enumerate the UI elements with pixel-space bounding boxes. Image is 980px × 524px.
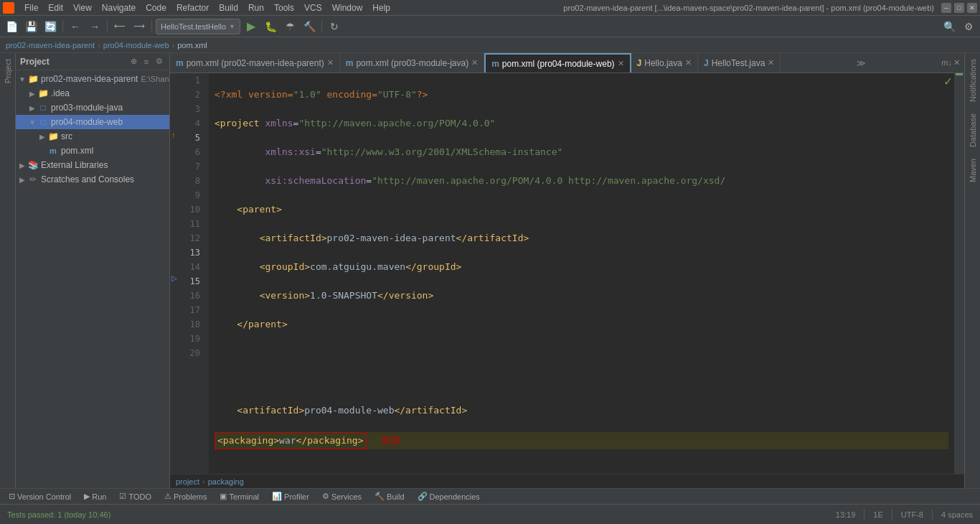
toolbar-settings-button[interactable]: ⚙ <box>960 19 977 34</box>
todo-icon: ☑ <box>119 492 126 501</box>
close-button[interactable]: ✕ <box>967 3 977 13</box>
panel-gear-icon[interactable]: ⚙ <box>154 56 165 67</box>
project-tree[interactable]: ▼ 📁 pro02-maven-idea-parent E:\ShangGuGu… <box>16 70 169 488</box>
tab-pom-java[interactable]: m pom.xml (pro03-module-java) ✕ <box>340 53 484 73</box>
menu-window[interactable]: Window <box>328 1 367 14</box>
menu-refactor[interactable]: Refactor <box>172 1 213 14</box>
status-indent[interactable]: 4 spaces <box>938 505 976 525</box>
editor-scrollbar[interactable] <box>954 73 964 474</box>
menu-build[interactable]: Build <box>215 1 242 14</box>
menu-run[interactable]: Run <box>244 1 268 14</box>
far-left-panel: Project <box>0 53 16 488</box>
toolbar-update-button[interactable]: ↻ <box>326 19 343 34</box>
maximize-button[interactable]: □ <box>954 3 964 13</box>
tree-root[interactable]: ▼ 📁 pro02-maven-idea-parent E:\ShangGuGu… <box>16 72 169 86</box>
toolbar-navigate-back-button[interactable]: ⟵ <box>111 19 128 34</box>
tab-close-1[interactable]: ✕ <box>327 58 334 67</box>
tree-item-src[interactable]: ▶ 📁 src <box>16 129 169 144</box>
code-line-14 <box>215 464 948 474</box>
tab-close-3[interactable]: ✕ <box>618 59 624 68</box>
menu-view[interactable]: View <box>69 1 96 14</box>
build-icon: 🔨 <box>374 492 385 501</box>
menu-vcs[interactable]: VCS <box>300 1 326 14</box>
project-tab-label[interactable]: Project <box>1 53 15 89</box>
toolbar-sync-button[interactable]: 🔄 <box>42 19 59 34</box>
bottom-tab-run-label: Run <box>92 492 106 501</box>
editor-close-icon[interactable]: ✕ <box>953 58 960 67</box>
tab-close-4[interactable]: ✕ <box>685 58 692 67</box>
tree-item-scratches[interactable]: ▶ ✏ Scratches and Consoles <box>16 172 169 187</box>
panel-add-icon[interactable]: ⊕ <box>128 56 139 67</box>
tree-item-idea[interactable]: ▶ 📁 .idea <box>16 86 169 100</box>
menu-navigate[interactable]: Navigate <box>98 1 140 14</box>
tab-hellotest-java[interactable]: J HelloTest.java ✕ <box>698 53 781 73</box>
bottom-tab-terminal[interactable]: ▣ Terminal <box>214 489 265 505</box>
project-folder-icon: 📁 <box>27 73 39 85</box>
tree-item-pro04[interactable]: ▼ □ pro04-module-web <box>16 115 169 129</box>
status-position[interactable]: 13:19 <box>833 505 859 525</box>
editor-gutter: ↑ ▷ <box>170 73 183 474</box>
tab-pom-web[interactable]: m pom.xml (pro04-module-web) ✕ <box>484 53 631 73</box>
toolbar-build-button[interactable]: 🔨 <box>301 19 318 34</box>
window-title: pro02-maven-idea-parent [...\idea-maven-… <box>563 4 934 12</box>
module-icon-pro03: □ <box>37 102 49 113</box>
toolbar-back-button[interactable]: ← <box>67 19 84 34</box>
toolbar-save-button[interactable]: 💾 <box>22 19 39 34</box>
bottom-tab-profiler[interactable]: 📊 Profiler <box>266 489 316 505</box>
menu-help[interactable]: Help <box>368 1 395 14</box>
right-label-maven[interactable]: Maven <box>966 153 980 188</box>
line-num-2: 2 <box>183 88 200 102</box>
breadcrumb-path-project[interactable]: project <box>176 477 199 486</box>
tab-close-2[interactable]: ✕ <box>471 58 478 67</box>
tab-more-button[interactable]: ≫ <box>852 58 870 68</box>
window-controls: ─ □ ✕ <box>941 3 977 13</box>
tab-close-5[interactable]: ✕ <box>768 58 774 67</box>
status-encoding[interactable]: UTF-8 <box>898 505 926 525</box>
menu-file[interactable]: File <box>20 1 42 14</box>
menu-edit[interactable]: Edit <box>44 1 67 14</box>
toolbar-forward-button[interactable]: → <box>86 19 103 34</box>
code-editor[interactable]: <?xml version="1.0" encoding="UTF-8"?> <… <box>209 73 954 474</box>
toolbar-search-button[interactable]: 🔍 <box>941 19 958 34</box>
run-config-selector[interactable]: HelloTest.testHello ▼ <box>156 19 240 34</box>
editor-settings-icon[interactable]: m↓ <box>941 58 952 67</box>
status-line-info[interactable]: 1E <box>870 505 885 525</box>
bottom-tab-services[interactable]: ⚙ Services <box>316 489 368 505</box>
tree-item-pom[interactable]: ▶ m pom.xml <box>16 144 169 158</box>
line-num-13: 13 <box>183 245 200 260</box>
toolbar-debug-button[interactable]: 🐛 <box>262 19 279 34</box>
tree-arrow-root: ▼ <box>17 74 27 84</box>
breadcrumb-module[interactable]: pro04-module-web <box>103 41 169 50</box>
breadcrumb-path-packaging[interactable]: packaging <box>208 477 244 486</box>
menu-tools[interactable]: Tools <box>270 1 298 14</box>
bottom-tab-run[interactable]: ▶ Run <box>78 489 113 505</box>
bottom-tab-deps[interactable]: 🔗 Dependencies <box>412 489 486 505</box>
breadcrumb-project[interactable]: pro02-maven-idea-parent <box>6 41 95 50</box>
tab-hello-java[interactable]: J Hello.java ✕ <box>631 53 698 73</box>
toolbar-run-button[interactable]: ▶ <box>242 19 260 34</box>
bottom-tab-vcs[interactable]: ⊡ Version Control <box>3 489 77 505</box>
bottom-tab-build[interactable]: 🔨 Build <box>369 489 410 505</box>
right-label-notifications[interactable]: Notifications <box>966 53 980 108</box>
bottom-tab-problems[interactable]: ⚠ Problems <box>159 489 213 505</box>
bottom-tab-todo[interactable]: ☑ TODO <box>113 489 158 505</box>
bottom-tab-todo-label: TODO <box>128 492 151 501</box>
tree-root-label: pro02-maven-idea-parent <box>41 74 138 84</box>
toolbar-coverage-button[interactable]: ☂ <box>281 19 298 34</box>
tree-item-pro03[interactable]: ▶ □ pro03-module-java <box>16 100 169 115</box>
toolbar-separator-1 <box>62 20 63 33</box>
toolbar-new-button[interactable]: 📄 <box>3 19 20 34</box>
status-tests-passed[interactable]: Tests passed: 1 (today 10:46) <box>4 505 113 525</box>
line-num-10: 10 <box>183 202 200 217</box>
minimize-button[interactable]: ─ <box>941 3 951 13</box>
editor-area[interactable]: ✓ ↑ ▷ 1 2 3 4 5 6 7 <box>170 73 964 488</box>
status-sep-3 <box>932 509 933 520</box>
menu-code[interactable]: Code <box>141 1 171 14</box>
tab-pom-parent[interactable]: m pom.xml (pro02-maven-idea-parent) ✕ <box>170 53 340 73</box>
code-line-5: <parent> <box>215 202 948 217</box>
tree-item-extlibs[interactable]: ▶ 📚 External Libraries <box>16 158 169 172</box>
right-label-database[interactable]: Database <box>966 108 980 153</box>
editor-tabs: m pom.xml (pro02-maven-idea-parent) ✕ m … <box>170 53 964 73</box>
toolbar-navigate-fwd-button[interactable]: ⟶ <box>131 19 148 34</box>
panel-collapse-icon[interactable]: ≡ <box>141 56 152 67</box>
